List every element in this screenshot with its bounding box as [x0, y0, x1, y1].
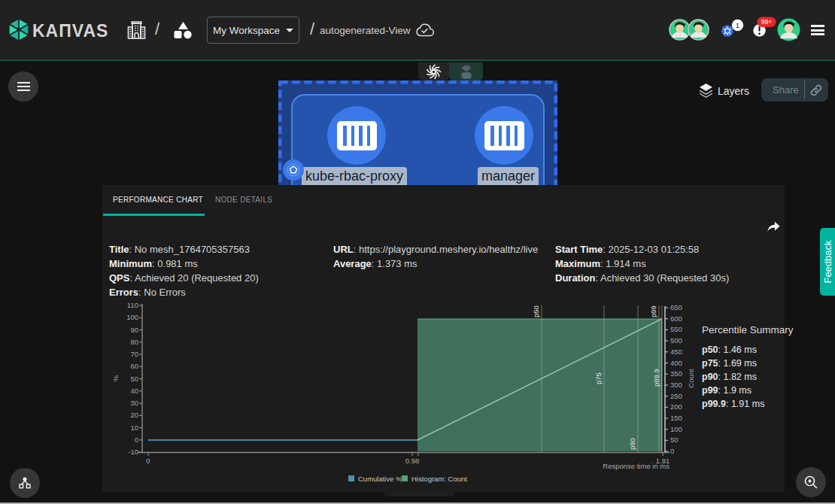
- svg-text:0.98: 0.98: [405, 457, 420, 465]
- svg-text:250: 250: [670, 392, 682, 400]
- svg-text:500: 500: [670, 336, 682, 345]
- svg-text:-10: -10: [128, 448, 138, 456]
- svg-text:650: 650: [670, 303, 682, 311]
- svg-text:150: 150: [670, 414, 682, 422]
- svg-text:20: 20: [130, 411, 138, 419]
- svg-text:10: 10: [130, 424, 138, 432]
- svg-text:80: 80: [130, 338, 138, 346]
- svg-text:300: 300: [670, 381, 682, 389]
- svg-text:350: 350: [670, 369, 682, 378]
- svg-text:p99.9: p99.9: [652, 369, 660, 387]
- svg-text:600: 600: [670, 314, 682, 323]
- svg-text:50: 50: [670, 436, 679, 444]
- svg-text:400: 400: [670, 359, 682, 367]
- svg-text:70: 70: [130, 350, 138, 358]
- svg-text:110: 110: [127, 301, 138, 309]
- svg-text:0: 0: [135, 436, 138, 444]
- svg-text:Count: Count: [687, 369, 695, 388]
- svg-text:p75: p75: [594, 372, 603, 384]
- svg-text:1: 1: [736, 21, 739, 29]
- svg-text:200: 200: [670, 402, 682, 411]
- svg-text:450: 450: [670, 348, 682, 356]
- svg-text:Response time in ms: Response time in ms: [603, 462, 670, 470]
- svg-text:p50: p50: [532, 305, 540, 317]
- svg-text:Histogram: Count: Histogram: Count: [411, 475, 467, 483]
- svg-text:30: 30: [130, 399, 138, 407]
- svg-text:Cumulative %: Cumulative %: [358, 475, 402, 483]
- svg-text:99+: 99+: [761, 18, 772, 26]
- svg-text:p99: p99: [649, 305, 657, 317]
- svg-text:550: 550: [670, 325, 682, 333]
- svg-text:%: %: [111, 375, 120, 381]
- svg-text:40: 40: [130, 387, 138, 395]
- svg-text:90: 90: [130, 326, 138, 334]
- svg-text:0: 0: [146, 457, 150, 465]
- svg-text:50: 50: [130, 375, 138, 383]
- svg-text:60: 60: [130, 362, 138, 370]
- svg-text:100: 100: [670, 425, 682, 433]
- svg-text:0: 0: [670, 447, 674, 455]
- svg-text:100: 100: [126, 313, 138, 321]
- svg-text:p90: p90: [628, 438, 636, 450]
